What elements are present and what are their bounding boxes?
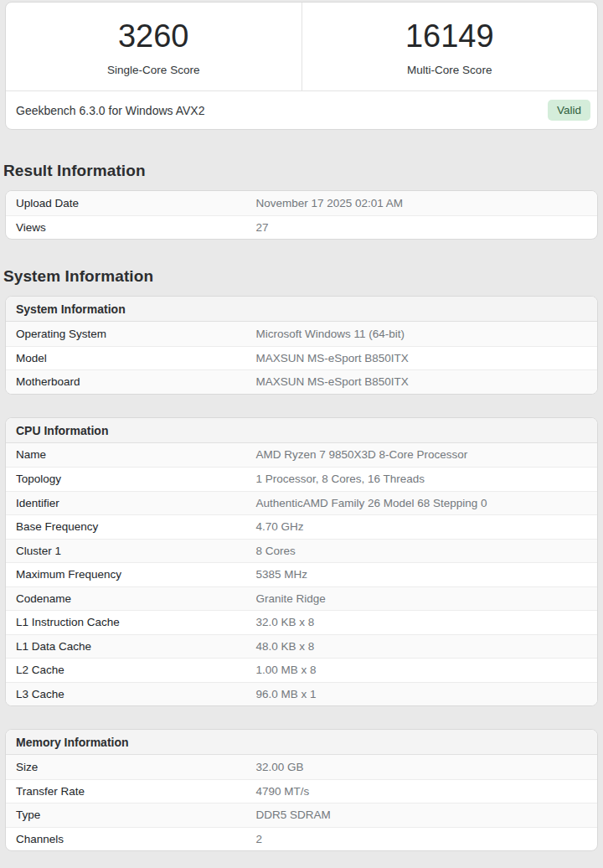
single-core-score-cell: 3260 Single-Core Score: [6, 3, 302, 90]
row-value: 5385 MHz: [255, 568, 587, 581]
row-label: Codename: [16, 592, 255, 605]
cpu-information-card: CPU Information Name AMD Ryzen 7 9850X3D…: [5, 417, 598, 707]
row-label: Transfer Rate: [16, 785, 255, 798]
row-label: L2 Cache: [16, 664, 255, 676]
single-core-score-value: 3260: [118, 20, 189, 52]
score-summary-card: 3260 Single-Core Score 16149 Multi-Core …: [5, 2, 598, 130]
row-value: 1 Processor, 8 Cores, 16 Threads: [255, 473, 587, 485]
memory-information-card-title: Memory Information: [6, 730, 597, 755]
row-value: 32.00 GB: [255, 761, 587, 773]
row-value: November 17 2025 02:01 AM: [255, 197, 587, 209]
table-row: Transfer Rate 4790 MT/s: [6, 779, 597, 803]
table-row: Topology 1 Processor, 8 Cores, 16 Thread…: [6, 467, 597, 491]
table-row: Cluster 1 8 Cores: [6, 539, 597, 563]
table-row: Maximum Frequency 5385 MHz: [6, 562, 597, 586]
table-row: L1 Data Cache 48.0 KB x 8: [6, 634, 597, 659]
valid-status-badge: Valid: [548, 100, 590, 121]
table-row: Size 32.00 GB: [6, 755, 597, 779]
row-label: Identifier: [16, 497, 255, 509]
table-row: Base Frequency 4.70 GHz: [6, 514, 597, 539]
table-row: Channels 2: [6, 827, 597, 851]
row-label: Topology: [16, 473, 255, 485]
table-row: L2 Cache 1.00 MB x 8: [6, 658, 597, 682]
row-label: Type: [16, 809, 255, 821]
row-label: Base Frequency: [16, 520, 255, 533]
system-information-heading: System Information: [3, 267, 603, 286]
row-label: Views: [16, 221, 255, 234]
row-value: 27: [255, 221, 587, 234]
row-value: 1.00 MB x 8: [255, 664, 587, 676]
multi-core-score-cell: 16149 Multi-Core Score: [302, 3, 598, 90]
table-row: Identifier AuthenticAMD Family 26 Model …: [6, 491, 597, 515]
row-label: Cluster 1: [16, 545, 255, 557]
table-row: Upload Date November 17 2025 02:01 AM: [6, 191, 597, 215]
row-value: AMD Ryzen 7 9850X3D 8-Core Processor: [255, 448, 587, 461]
row-value: 8 Cores: [255, 545, 587, 557]
row-label: Model: [16, 352, 255, 364]
row-value: MAXSUN MS-eSport B850ITX: [255, 375, 587, 388]
row-label: L1 Data Cache: [16, 640, 255, 653]
row-label: Motherboard: [16, 375, 255, 388]
row-value: 96.0 MB x 1: [255, 688, 587, 700]
row-value: MAXSUN MS-eSport B850ITX: [255, 352, 587, 364]
row-label: Upload Date: [16, 197, 255, 209]
cpu-information-card-title: CPU Information: [6, 418, 597, 443]
row-label: Name: [16, 448, 255, 461]
multi-core-score-label: Multi-Core Score: [407, 64, 492, 76]
table-row: Motherboard MAXSUN MS-eSport B850ITX: [6, 369, 597, 394]
platform-text: Geekbench 6.3.0 for Windows AVX2: [16, 104, 204, 117]
row-label: Channels: [16, 833, 255, 845]
row-label: Operating System: [16, 328, 255, 340]
table-row: Type DDR5 SDRAM: [6, 803, 597, 827]
table-row: Name AMD Ryzen 7 9850X3D 8-Core Processo…: [6, 443, 597, 468]
multi-core-score-value: 16149: [405, 20, 494, 52]
table-row: Views 27: [6, 215, 597, 240]
row-label: Size: [16, 761, 255, 773]
row-value: 32.0 KB x 8: [255, 616, 587, 628]
result-information-card: Upload Date November 17 2025 02:01 AM Vi…: [5, 190, 598, 240]
memory-information-card: Memory Information Size 32.00 GB Transfe…: [5, 729, 598, 851]
table-row: Operating System Microsoft Windows 11 (6…: [6, 322, 597, 346]
row-value: Granite Ridge: [255, 592, 587, 605]
row-label: Maximum Frequency: [16, 568, 255, 581]
result-information-heading: Result Information: [3, 162, 603, 180]
table-row: L1 Instruction Cache 32.0 KB x 8: [6, 610, 597, 634]
score-footer: Geekbench 6.3.0 for Windows AVX2 Valid: [6, 90, 597, 129]
table-row: Model MAXSUN MS-eSport B850ITX: [6, 346, 597, 370]
system-information-card: System Information Operating System Micr…: [5, 296, 598, 395]
row-value: 2: [255, 833, 587, 845]
single-core-score-label: Single-Core Score: [107, 64, 199, 76]
row-label: L3 Cache: [16, 688, 255, 700]
row-value: 4.70 GHz: [255, 520, 587, 533]
row-value: 4790 MT/s: [255, 785, 587, 798]
system-information-card-title: System Information: [6, 297, 597, 322]
scores-row: 3260 Single-Core Score 16149 Multi-Core …: [6, 3, 597, 90]
table-row: L3 Cache 96.0 MB x 1: [6, 682, 597, 706]
row-label: L1 Instruction Cache: [16, 616, 255, 628]
row-value: DDR5 SDRAM: [255, 809, 587, 821]
row-value: Microsoft Windows 11 (64-bit): [255, 328, 587, 340]
row-value: 48.0 KB x 8: [255, 640, 587, 653]
table-row: Codename Granite Ridge: [6, 586, 597, 611]
row-value: AuthenticAMD Family 26 Model 68 Stepping…: [255, 497, 587, 509]
